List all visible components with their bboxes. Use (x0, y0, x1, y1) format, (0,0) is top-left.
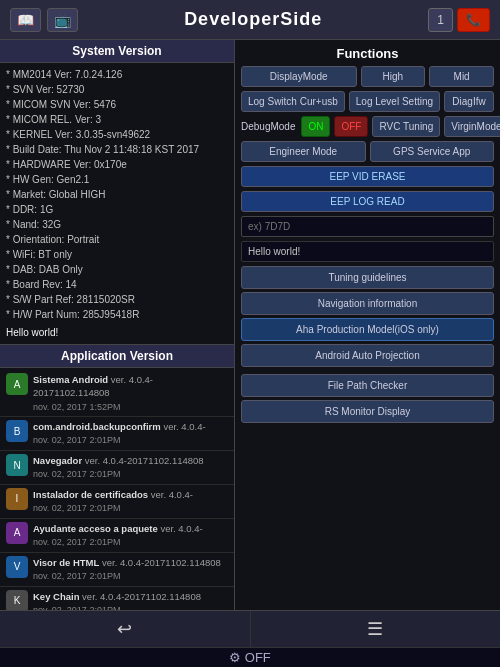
debug-mode-label: DebugMode (241, 121, 297, 132)
app-date: nov. 02, 2017 2:01PM (33, 605, 120, 610)
app-version: ver. 4.0.4- (151, 489, 193, 500)
mid-button[interactable]: Mid (429, 66, 494, 87)
app-text: Sistema Android ver. 4.0.4-20171102.1148… (33, 373, 228, 413)
nav-number-button[interactable]: 1 (428, 8, 453, 32)
app-name: Sistema Android (33, 374, 108, 385)
bottom-status-bar: ⚙ OFF (0, 648, 500, 667)
app-date: nov. 02, 2017 2:01PM (33, 503, 120, 513)
file-path-checker-button[interactable]: File Path Checker (241, 374, 494, 397)
app-text: Ayudante acceso a paquete ver. 4.0.4-nov… (33, 522, 228, 549)
app-name: Navegador (33, 455, 82, 466)
app-name: Ayudante acceso a paquete (33, 523, 158, 534)
log-switch-button[interactable]: Log Switch Cur+usb (241, 91, 345, 112)
functions-title: Functions (241, 46, 494, 61)
app-icon: B (6, 420, 28, 442)
back-button[interactable]: ↩ (0, 611, 251, 647)
system-version-title: System Version (0, 40, 234, 63)
virgin-mode-button[interactable]: VirginMode (444, 116, 500, 137)
app-icon: V (6, 556, 28, 578)
debug-mode-row: DebugMode ON OFF RVC Tuning VirginMode (241, 116, 494, 137)
app-date: nov. 02, 2017 2:01PM (33, 537, 120, 547)
main-content: System Version * MM2014 Ver: 7.0.24.126*… (0, 40, 500, 610)
engineer-mode-button[interactable]: Engineer Mode (241, 141, 366, 162)
back-icon: ↩ (117, 618, 132, 640)
app-name: Instalador de certificados (33, 489, 148, 500)
display-mode-button[interactable]: DisplayMode (241, 66, 357, 87)
menu-icon: ☰ (367, 618, 383, 640)
bottom-nav: ↩ ☰ (0, 611, 500, 648)
bottom-bar: ↩ ☰ ⚙ OFF (0, 610, 500, 667)
app-icon: K (6, 590, 28, 610)
gps-service-button[interactable]: GPS Service App (370, 141, 495, 162)
app-name: Key Chain (33, 591, 79, 602)
app-date: nov. 02, 2017 2:01PM (33, 469, 120, 479)
debug-on-button[interactable]: ON (301, 116, 330, 137)
menu-button[interactable]: ☰ (251, 611, 501, 647)
app-icon: N (6, 454, 28, 476)
power-label: ⚙ OFF (229, 650, 271, 665)
app-version: ver. 4.0.4-20171102.114808 (85, 455, 204, 466)
list-item: KKey Chain ver. 4.0.4-20171102.114808nov… (0, 587, 234, 610)
list-item: VVisor de HTML ver. 4.0.4-20171102.11480… (0, 553, 234, 587)
aha-production-button[interactable]: Aha Production Model(iOS only) (241, 318, 494, 341)
app-text: Key Chain ver. 4.0.4-20171102.114808nov.… (33, 590, 228, 610)
rs-monitor-button[interactable]: RS Monitor Display (241, 400, 494, 423)
app-text: Navegador ver. 4.0.4-20171102.114808nov.… (33, 454, 228, 481)
app-name: Visor de HTML (33, 557, 99, 568)
eep-row: EEP VID ERASE (241, 166, 494, 187)
app-name: com.android.backupconfirm (33, 421, 161, 432)
eep-log-row: EEP LOG READ (241, 191, 494, 212)
app-date: nov. 02, 2017 1:52PM (33, 402, 120, 412)
app-text: Instalador de certificados ver. 4.0.4-no… (33, 488, 228, 515)
list-item: IInstalador de certificados ver. 4.0.4-n… (0, 485, 234, 519)
app-version-section: Application Version ASistema Android ver… (0, 344, 234, 610)
eep-log-read-button[interactable]: EEP LOG READ (241, 191, 494, 212)
nav-phone-button[interactable]: 📞 (457, 8, 490, 32)
list-item: ASistema Android ver. 4.0.4-20171102.114… (0, 370, 234, 417)
hex-input-field[interactable] (241, 216, 494, 237)
high-button[interactable]: High (361, 66, 426, 87)
tv-icon-button[interactable]: 📺 (47, 8, 78, 32)
engineer-gps-row: Engineer Mode GPS Service App (241, 141, 494, 162)
rvc-tuning-button[interactable]: RVC Tuning (372, 116, 440, 137)
system-info: * MM2014 Ver: 7.0.24.126* SVN Ver: 52730… (0, 63, 234, 344)
app-icon: I (6, 488, 28, 510)
header-right-controls: 1 📞 (428, 8, 490, 32)
navigation-info-button[interactable]: Navigation information (241, 292, 494, 315)
app-text: Visor de HTML ver. 4.0.4-20171102.114808… (33, 556, 228, 583)
book-icon-button[interactable]: 📖 (10, 8, 41, 32)
app-list: ASistema Android ver. 4.0.4-20171102.114… (0, 368, 234, 610)
right-panel: Functions DisplayMode High Mid Log Switc… (235, 40, 500, 610)
app-icon: A (6, 522, 28, 544)
app-version: ver. 4.0.4- (163, 421, 205, 432)
list-item: AAyudante acceso a paquete ver. 4.0.4-no… (0, 519, 234, 553)
app-title: DeveloperSide (184, 9, 322, 30)
diag-button[interactable]: DiagIfw (444, 91, 494, 112)
android-auto-button[interactable]: Android Auto Projection (241, 344, 494, 367)
app-text: com.android.backupconfirm ver. 4.0.4-nov… (33, 420, 228, 447)
tuning-guidelines-button[interactable]: Tuning guidelines (241, 266, 494, 289)
debug-off-button[interactable]: OFF (334, 116, 368, 137)
app-date: nov. 02, 2017 2:01PM (33, 571, 120, 581)
log-row: Log Switch Cur+usb Log Level Setting Dia… (241, 91, 494, 112)
display-mode-row: DisplayMode High Mid (241, 66, 494, 87)
list-item: Bcom.android.backupconfirm ver. 4.0.4-no… (0, 417, 234, 451)
app-version: ver. 4.0.4-20171102.114808 (82, 591, 201, 602)
header-bar: 📖 📺 DeveloperSide 1 📞 (0, 0, 500, 40)
app-version-title: Application Version (0, 345, 234, 368)
app-date: nov. 02, 2017 2:01PM (33, 435, 120, 445)
left-panel: System Version * MM2014 Ver: 7.0.24.126*… (0, 40, 235, 610)
header-icons: 📖 📺 (10, 8, 78, 32)
app-icon: A (6, 373, 28, 395)
app-version: ver. 4.0.4-20171102.114808 (102, 557, 221, 568)
app-version: ver. 4.0.4- (160, 523, 202, 534)
log-level-button[interactable]: Log Level Setting (349, 91, 440, 112)
eep-vid-erase-button[interactable]: EEP VID ERASE (241, 166, 494, 187)
hello-world-display: Hello world! (241, 241, 494, 262)
list-item: NNavegador ver. 4.0.4-20171102.114808nov… (0, 451, 234, 485)
